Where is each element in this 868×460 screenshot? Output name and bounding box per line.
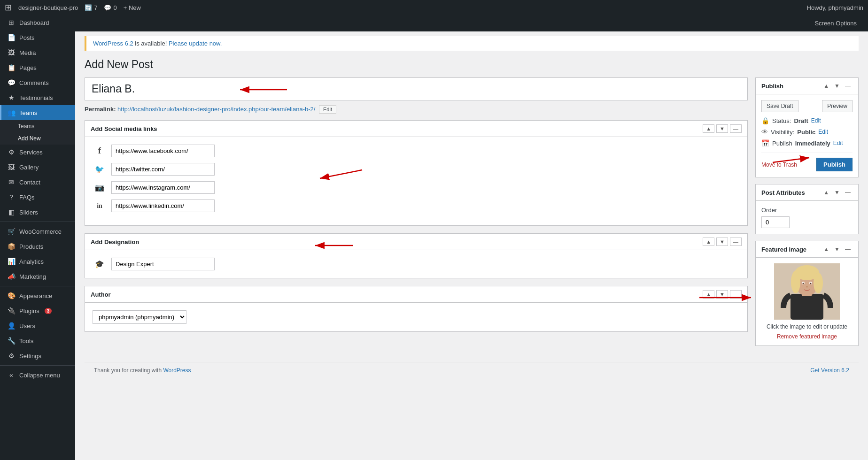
status-edit-link[interactable]: Edit <box>811 117 821 124</box>
sidebar-item-label: Dashboard <box>19 19 49 26</box>
sidebar-item-dashboard[interactable]: ⊞ Dashboard <box>0 15 75 30</box>
permalink-url[interactable]: http://localhost/luzuk/fashion-designer-… <box>117 106 315 113</box>
post-attributes-title: Post Attributes <box>761 189 805 196</box>
get-version-link[interactable]: Get Version 6.2 <box>810 367 849 374</box>
desig-box-close[interactable]: — <box>730 238 742 246</box>
sidebar-item-teams[interactable]: 👥 Teams <box>0 105 75 120</box>
products-icon: 📦 <box>7 243 16 250</box>
screen-options-button[interactable]: Screen Options <box>809 17 862 30</box>
instagram-input[interactable] <box>111 181 215 194</box>
publish-panel-up[interactable]: ▲ <box>822 82 831 90</box>
sidebar-item-sliders[interactable]: ◧ Sliders <box>0 205 75 220</box>
sidebar-item-pages[interactable]: 📋 Pages <box>0 60 75 75</box>
featured-img-down[interactable]: ▼ <box>832 245 842 253</box>
designation-input[interactable] <box>111 258 215 270</box>
appearance-icon: 🎨 <box>7 292 16 299</box>
featured-image-body: Click the image to edit or update Remove… <box>756 258 858 345</box>
featured-image[interactable] <box>774 263 840 320</box>
marketing-icon: 📣 <box>7 273 16 280</box>
desig-box-down[interactable]: ▼ <box>716 238 728 246</box>
sidebar-item-woocommerce[interactable]: 🛒 WooCommerce <box>0 224 75 239</box>
featured-img-arrow <box>695 288 756 307</box>
adminbar-new[interactable]: + New <box>124 4 141 11</box>
featured-img-up[interactable]: ▲ <box>822 245 831 253</box>
publish-panel-down[interactable]: ▼ <box>832 82 842 90</box>
adminbar-comments[interactable]: 💬 0 <box>104 4 116 11</box>
remove-featured-link[interactable]: Remove featured image <box>777 333 837 340</box>
submenu-teams-all[interactable]: Teams <box>0 120 75 132</box>
comments-icon: 💬 <box>104 4 111 11</box>
page-title: Add New Post <box>85 58 859 71</box>
publish-button[interactable]: Publish <box>816 158 852 171</box>
twitter-arrow <box>315 165 367 184</box>
publish-panel-close[interactable]: — <box>843 82 852 90</box>
sidebar-item-gallery[interactable]: 🖼 Gallery <box>0 160 75 175</box>
desig-box-up[interactable]: ▲ <box>703 238 714 246</box>
publish-time-edit-link[interactable]: Edit <box>833 140 843 146</box>
post-attr-close[interactable]: — <box>843 188 852 197</box>
sidebar-item-users[interactable]: 👤 Users <box>0 318 75 333</box>
teams-icon: 👥 <box>7 109 16 116</box>
save-draft-button[interactable]: Save Draft <box>761 100 798 112</box>
adminbar-updates[interactable]: 🔄 7 <box>85 4 97 11</box>
sidebar-item-collapse[interactable]: « Collapse menu <box>0 368 75 383</box>
sidebar-item-faqs[interactable]: ? FAQs <box>0 190 75 205</box>
submenu-teams-add[interactable]: Add New <box>0 132 75 145</box>
sidebar-item-tools[interactable]: 🔧 Tools <box>0 333 75 348</box>
sidebar-item-posts[interactable]: 📄 Posts <box>0 30 75 45</box>
social-media-body: f 🐦 📷 in <box>85 137 747 225</box>
permalink-edit-button[interactable]: Edit <box>319 105 336 114</box>
order-label: Order <box>761 207 777 214</box>
sidebar-item-analytics[interactable]: 📊 Analytics <box>0 254 75 269</box>
visibility-value: Public <box>797 129 815 136</box>
author-header[interactable]: Author ▲ ▼ — <box>85 286 747 303</box>
facebook-row: f <box>93 145 740 157</box>
visibility-edit-link[interactable]: Edit <box>818 129 828 135</box>
notice-message: is available! <box>133 40 169 47</box>
permalink-row: Permalink: http://localhost/luzuk/fashio… <box>85 105 748 114</box>
content-area: Permalink: http://localhost/luzuk/fashio… <box>85 77 859 353</box>
svg-point-21 <box>806 286 808 288</box>
visibility-label: Visibility: <box>771 129 794 136</box>
linkedin-input[interactable] <box>111 199 215 212</box>
preview-button[interactable]: Preview <box>822 100 852 112</box>
wp-version-link[interactable]: WordPress 6.2 <box>93 40 133 47</box>
order-input[interactable] <box>761 216 790 228</box>
plugins-badge: 3 <box>45 308 52 314</box>
publish-time-value: immediately <box>795 140 830 147</box>
sidebar-item-testimonials[interactable]: ★ Testimonials <box>0 90 75 105</box>
pages-icon: 📋 <box>7 64 16 71</box>
status-value: Draft <box>794 117 808 124</box>
order-label-wrap: Order <box>761 207 852 214</box>
post-title-input[interactable] <box>85 78 747 100</box>
post-attr-down[interactable]: ▼ <box>832 188 842 197</box>
featured-img-close[interactable]: — <box>843 245 852 253</box>
sidebar-item-appearance[interactable]: 🎨 Appearance <box>0 288 75 303</box>
sidebar-item-comments[interactable]: 💬 Comments <box>0 75 75 90</box>
featured-image-svg <box>774 263 840 320</box>
sidebar-item-media[interactable]: 🖼 Media <box>0 45 75 60</box>
status-row: 🔒 Status: Draft Edit <box>761 117 852 124</box>
sidebar-item-services[interactable]: ⚙ Services <box>0 145 75 160</box>
wp-link[interactable]: WordPress <box>163 367 191 374</box>
meta-box-up[interactable]: ▲ <box>703 124 714 133</box>
sidebar-item-settings[interactable]: ⚙ Settings <box>0 348 75 363</box>
sidebar-item-products[interactable]: 📦 Products <box>0 239 75 254</box>
social-media-header[interactable]: Add Social media links ▲ ▼ — <box>85 121 747 137</box>
facebook-input[interactable] <box>111 145 215 157</box>
sidebar-item-contact[interactable]: ✉ Contact <box>0 175 75 190</box>
sidebar-item-marketing[interactable]: 📣 Marketing <box>0 269 75 284</box>
wp-logo[interactable]: ⊞ <box>5 2 12 13</box>
update-now-link[interactable]: Please update now. <box>169 40 222 47</box>
publish-top-row: Save Draft Preview <box>761 100 852 112</box>
meta-box-down[interactable]: ▼ <box>716 124 728 133</box>
dashboard-icon: ⊞ <box>7 19 16 26</box>
designation-header[interactable]: Add Designation ▲ ▼ — <box>85 234 747 250</box>
featured-image-wrap: Click the image to edit or update Remove… <box>761 263 852 340</box>
meta-box-close[interactable]: — <box>730 124 742 133</box>
sidebar-item-plugins[interactable]: 🔌 Plugins 3 <box>0 303 75 318</box>
author-select[interactable]: phpmyadmin (phpmyadmin) <box>93 310 186 324</box>
post-attr-up[interactable]: ▲ <box>822 188 831 197</box>
adminbar-site-name[interactable]: designer-boutique-pro <box>18 4 78 11</box>
twitter-input[interactable] <box>111 163 215 176</box>
